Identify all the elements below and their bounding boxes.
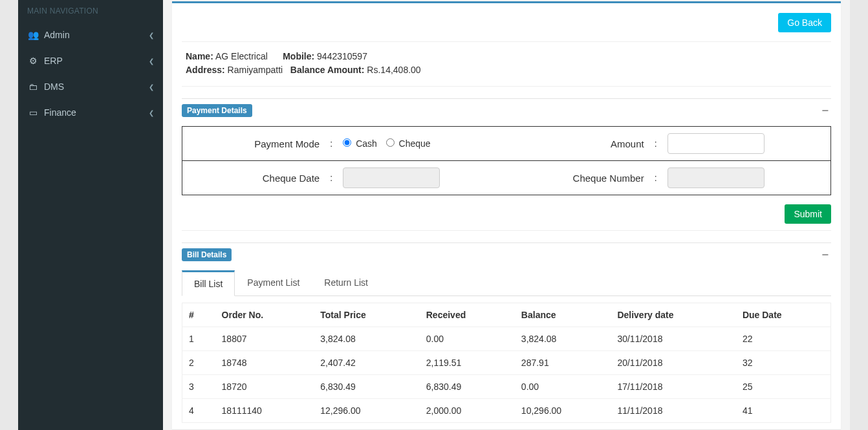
chevron-left-icon: ❮	[149, 83, 154, 91]
bill-tabs: Bill List Payment List Return List	[182, 270, 831, 296]
table-row: 2 18748 2,407.42 2,119.51 287.91 20/11/2…	[182, 351, 831, 375]
chevron-left-icon: ❮	[149, 58, 154, 65]
name-value: AG Electrical	[215, 51, 268, 61]
customer-info: Name: AG Electrical Mobile: 9442310597 A…	[182, 41, 831, 87]
tab-bill-list[interactable]: Bill List	[182, 270, 235, 296]
bill-section-title: Bill Details	[182, 248, 232, 261]
payment-section-title: Payment Details	[182, 104, 252, 117]
chevron-left-icon: ❮	[149, 32, 154, 39]
radio-cash-label[interactable]: Cash	[343, 138, 379, 149]
bill-section: Bill Details − Bill List Payment List Re…	[182, 242, 831, 423]
cheque-date-label: Cheque Date	[182, 161, 325, 195]
payment-form: Payment Mode : Cash Cheque	[182, 126, 831, 195]
sidebar-item-label: Finance	[44, 107, 149, 118]
collapse-icon[interactable]: −	[819, 249, 831, 261]
radio-cheque[interactable]	[386, 138, 395, 147]
col-due: Due Date	[736, 303, 831, 327]
gear-icon: ⚙	[27, 56, 39, 66]
chevron-left-icon: ❮	[149, 109, 154, 116]
mobile-value: 9442310597	[317, 51, 367, 61]
radio-cash[interactable]	[343, 138, 351, 147]
sidebar-item-label: DMS	[44, 81, 149, 92]
tab-payment-list[interactable]: Payment List	[235, 270, 312, 296]
col-num: #	[182, 303, 215, 327]
table-row: 1 18807 3,824.08 0.00 3,824.08 30/11/201…	[182, 327, 831, 351]
go-back-button[interactable]: Go Back	[778, 13, 831, 32]
col-delivery: Delivery date	[611, 303, 735, 327]
address-value: Ramiyampatti	[228, 65, 283, 75]
tab-return-list[interactable]: Return List	[312, 270, 380, 296]
balance-label: Balance Amount:	[290, 65, 365, 75]
table-row: 4 18111140 12,296.00 2,000.00 10,296.00 …	[182, 399, 831, 423]
mobile-label: Mobile:	[283, 51, 314, 61]
sidebar-item-erp[interactable]: ⚙ ERP ❮	[18, 48, 163, 74]
collapse-icon[interactable]: −	[819, 105, 831, 116]
amount-input[interactable]	[667, 133, 765, 154]
col-balance: Balance	[515, 303, 611, 327]
sidebar-item-label: Admin	[44, 30, 149, 40]
submit-button[interactable]: Submit	[785, 204, 831, 224]
cheque-date-input	[343, 167, 440, 188]
table-row: 3 18720 6,830.49 6,830.49 0.00 17/11/201…	[182, 375, 831, 399]
col-total: Total Price	[314, 303, 419, 327]
sidebar-heading: MAIN NAVIGATION	[18, 0, 163, 22]
name-label: Name:	[186, 51, 213, 61]
sidebar-item-finance[interactable]: ▭ Finance ❮	[18, 100, 163, 125]
folder-icon: 🗀	[27, 81, 39, 92]
col-order: Order No.	[215, 303, 314, 327]
col-received: Received	[420, 303, 515, 327]
payment-mode-label: Payment Mode	[182, 127, 325, 161]
main-panel: Go Back Name: AG Electrical Mobile: 9442…	[172, 1, 841, 429]
main-content: Go Back Name: AG Electrical Mobile: 9442…	[163, 0, 850, 430]
cheque-number-input	[667, 167, 765, 188]
radio-cheque-label[interactable]: Cheque	[386, 138, 431, 149]
payment-section: Payment Details − Payment Mode : Cash	[182, 98, 831, 231]
users-icon: 👥	[27, 30, 39, 40]
address-label: Address:	[186, 65, 225, 75]
amount-label: Amount	[506, 127, 649, 161]
sidebar-item-admin[interactable]: 👥 Admin ❮	[18, 22, 163, 48]
money-icon: ▭	[27, 107, 39, 118]
sidebar-item-label: ERP	[44, 56, 149, 66]
bill-table: # Order No. Total Price Received Balance…	[182, 303, 831, 423]
cheque-number-label: Cheque Number	[506, 161, 649, 195]
sidebar-item-dms[interactable]: 🗀 DMS ❮	[18, 74, 163, 100]
balance-value: Rs.14,408.00	[367, 65, 420, 75]
sidebar: MAIN NAVIGATION 👥 Admin ❮ ⚙ ERP ❮ 🗀 DMS …	[18, 0, 163, 430]
